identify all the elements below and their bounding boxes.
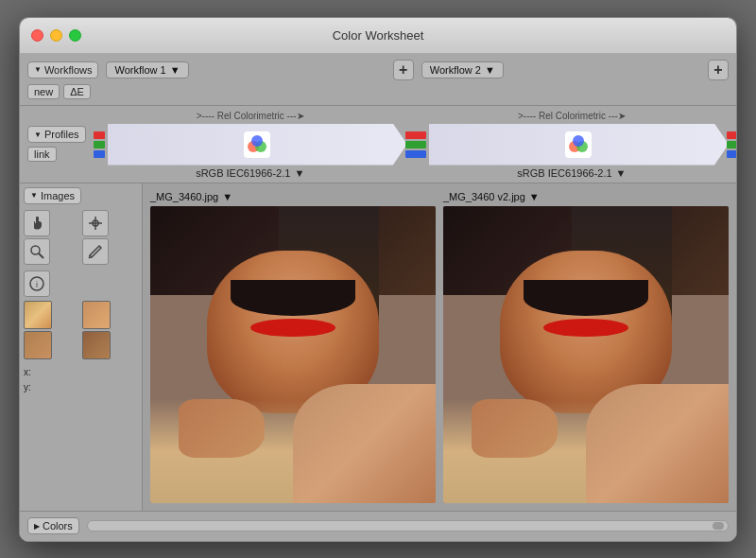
- images-area: _MG_3460.jpg ▼: [143, 183, 736, 511]
- profile-shape-2[interactable]: [429, 124, 729, 166]
- svg-line-12: [39, 253, 43, 258]
- profiles-link-btn[interactable]: link: [27, 147, 57, 162]
- image2-name-row: _MG_3460 v2.jpg ▼: [443, 191, 729, 202]
- icc-profile-icon-2: [565, 131, 592, 158]
- scrollbar-thumb: [713, 522, 724, 530]
- coord-display: x: y:: [24, 365, 138, 395]
- profile-name-chevron-1: ▼: [294, 167, 304, 179]
- main-window: Color Worksheet ▼ Workflows Workflow 1 ▼: [19, 17, 737, 542]
- tool-grid: [24, 210, 138, 265]
- colors-header-btn[interactable]: ▶ Colors: [27, 517, 79, 534]
- images-header-btn[interactable]: ▼ Images: [24, 187, 81, 204]
- crosshair-icon: [88, 216, 103, 231]
- svg-point-11: [31, 246, 40, 254]
- chin-hand-left-1: [179, 399, 265, 459]
- thumbnail-1[interactable]: [24, 301, 52, 329]
- workflows-row: ▼ Workflows Workflow 1 ▼ +: [27, 60, 729, 80]
- colors-section: ▶ Colors: [20, 511, 736, 541]
- bar-green-1: [94, 141, 105, 148]
- images-sidebar: ▼ Images: [20, 183, 143, 511]
- image-column-2: _MG_3460 v2.jpg ▼: [443, 191, 729, 503]
- thumbnail-grid: [24, 301, 138, 359]
- image-column-1: _MG_3460.jpg ▼: [150, 191, 436, 503]
- x-coord: x:: [24, 365, 138, 380]
- profile-name-1: sRGB IEC61966-2.1: [196, 167, 290, 179]
- title-bar: Color Worksheet: [20, 18, 736, 54]
- magnify-icon: [29, 244, 44, 259]
- profile-name-chevron-2: ▼: [616, 167, 627, 179]
- svg-point-3: [251, 135, 263, 147]
- bar-blue-1: [94, 150, 105, 158]
- hand-icon: [29, 216, 44, 231]
- pencil-tool-btn[interactable]: [82, 238, 109, 265]
- traffic-lights: [31, 29, 81, 42]
- color-bars-right-2: [727, 131, 736, 158]
- svg-text:i: i: [36, 280, 38, 289]
- lips-1: [250, 319, 336, 337]
- window-title: Color Worksheet: [333, 28, 424, 43]
- crosshair-tool-btn[interactable]: [82, 210, 109, 236]
- workflows-label: Workflows: [44, 64, 93, 76]
- hair-front-1: [231, 280, 356, 316]
- color-bars-2: [415, 131, 426, 158]
- workflow2-btn[interactable]: Workflow 2 ▼: [421, 61, 504, 78]
- profile-shape-1[interactable]: [108, 124, 407, 166]
- maximize-button[interactable]: [69, 29, 81, 42]
- colors-label: Colors: [43, 520, 73, 532]
- workflows-controls: new ΔE: [27, 84, 729, 99]
- color-bars-1: [94, 131, 105, 158]
- info-tool-btn[interactable]: i: [24, 270, 50, 297]
- workflow2-add-btn[interactable]: +: [708, 60, 729, 80]
- thumbnail-2[interactable]: [82, 301, 111, 329]
- workflows-header-btn[interactable]: ▼ Workflows: [27, 61, 98, 78]
- profiles-left: ▼ Profiles link: [27, 126, 86, 162]
- profiles-label: Profiles: [44, 129, 79, 140]
- images-header: ▼ Images: [24, 187, 138, 204]
- bar-green-2: [415, 141, 426, 148]
- profile-arrow-2: [415, 124, 729, 166]
- workflow1-btn[interactable]: Workflow 1 ▼: [106, 61, 188, 78]
- workflow1-add-btn[interactable]: +: [393, 60, 414, 80]
- minimize-button[interactable]: [50, 29, 62, 42]
- close-button[interactable]: [31, 29, 43, 42]
- hand-2: [586, 384, 729, 503]
- profiles-content: >---- Rel Colorimetric ---➤: [94, 110, 729, 179]
- render-intent-text-2: >---- Rel Colorimetric ---➤: [518, 111, 626, 121]
- lips-2: [543, 319, 629, 337]
- image-frame-2[interactable]: [443, 206, 729, 503]
- info-tool-row: i: [24, 270, 138, 297]
- bar-blue-right-2: [727, 150, 736, 158]
- thumbnail-3[interactable]: [24, 331, 52, 359]
- image2-name: _MG_3460 v2.jpg: [443, 191, 525, 202]
- horizontal-scrollbar[interactable]: [87, 520, 729, 532]
- image-frame-1[interactable]: [150, 206, 436, 503]
- profiles-chevron: ▼: [34, 131, 42, 139]
- workflows-section: ▼ Workflows Workflow 1 ▼ +: [20, 54, 736, 106]
- new-workflow-btn[interactable]: new: [27, 84, 60, 99]
- bar-red-right-2: [727, 131, 736, 139]
- bar-blue-2: [415, 150, 426, 158]
- profile-name-row-2: sRGB IEC61966-2.1 ▼: [415, 167, 729, 179]
- info-icon: i: [29, 276, 44, 291]
- magnify-tool-btn[interactable]: [24, 238, 50, 265]
- workflow2-add-icon: +: [713, 61, 722, 78]
- delta-btn[interactable]: ΔE: [63, 84, 91, 99]
- workflow2-group: Workflow 2 ▼ +: [421, 60, 729, 80]
- image1-chevron: ▼: [222, 191, 232, 202]
- bar-red-2: [415, 131, 426, 139]
- profiles-row: ▼ Profiles link >---- Rel Colorimetric -…: [27, 110, 729, 179]
- chin-hand-left-2: [472, 399, 558, 459]
- main-content: ▼ Workflows Workflow 1 ▼ +: [20, 54, 736, 541]
- hand-tool-btn[interactable]: [24, 210, 50, 236]
- images-chevron: ▼: [30, 191, 38, 200]
- workflow2-name: Workflow 2: [430, 64, 481, 76]
- render-intent-2: >---- Rel Colorimetric ---➤: [415, 110, 729, 122]
- workflow1-chevron: ▼: [170, 64, 180, 76]
- workflow1-group: Workflow 1 ▼ +: [106, 60, 413, 80]
- profile-panel-1: >---- Rel Colorimetric ---➤: [94, 110, 407, 179]
- profile-arrow-1: [94, 124, 407, 166]
- workflows-content: Workflow 1 ▼ + Workflow 2 ▼: [106, 60, 729, 80]
- hand-1: [293, 384, 436, 503]
- profiles-header-btn[interactable]: ▼ Profiles: [27, 126, 86, 143]
- thumbnail-4[interactable]: [82, 331, 111, 359]
